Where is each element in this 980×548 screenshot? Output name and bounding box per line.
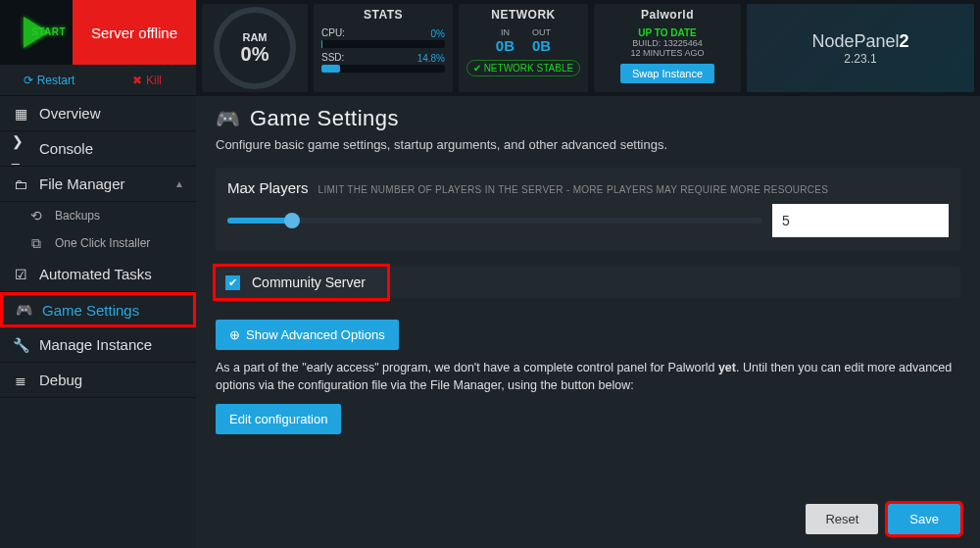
start-button[interactable]: START (0, 0, 73, 65)
folder-icon: 🗀 (12, 175, 29, 193)
kill-button[interactable]: ✖ Kill (98, 65, 196, 95)
debug-icon: ≣ (12, 372, 29, 389)
stats-widget: STATS CPU: 0% SSD: 14.8% (314, 4, 453, 92)
ram-widget: RAM 0% (202, 4, 308, 92)
show-advanced-button[interactable]: ⊕ Show Advanced Options (216, 320, 399, 350)
swap-instance-button[interactable]: Swap Instance (620, 64, 714, 83)
header-widgets: RAM 0% STATS CPU: 0% SSD: 14.8% NETWORK … (196, 0, 980, 96)
sidebar-item-manage-instance[interactable]: 🔧 Manage Instance (0, 327, 196, 363)
chevron-up-icon: ▲ (174, 178, 184, 189)
play-icon: START (24, 17, 49, 48)
tasks-icon: ☑ (12, 266, 29, 283)
page-title: Game Settings (250, 106, 399, 131)
max-players-slider[interactable] (227, 218, 762, 224)
kill-icon: ✖ (132, 74, 142, 87)
sidebar-item-automated-tasks[interactable]: ☑ Automated Tasks (0, 257, 196, 292)
brand-widget: NodePanel2 2.23.1 (747, 4, 974, 92)
controller-icon: 🎮 (216, 107, 240, 130)
installer-icon: ⧉ (27, 234, 45, 252)
sidebar-item-game-settings[interactable]: 🎮 Game Settings (0, 292, 196, 327)
sidebar-item-backups[interactable]: ⟲ Backups (0, 202, 196, 229)
network-widget: NETWORK IN0B OUT0B ✔ NETWORK STABLE (459, 4, 588, 92)
community-server-label: Community Server (252, 274, 366, 290)
controller-icon: 🎮 (15, 301, 32, 319)
backup-icon: ⟲ (27, 207, 45, 224)
reset-button[interactable]: Reset (806, 504, 878, 534)
check-icon: ✔ (473, 63, 481, 74)
game-widget: Palworld UP TO DATE BUILD: 13225464 12 M… (594, 4, 741, 92)
sidebar-item-one-click[interactable]: ⧉ One Click Installer (0, 229, 196, 257)
sidebar-item-console[interactable]: ❯_ Console (0, 131, 196, 167)
wrench-icon: 🔧 (12, 336, 29, 354)
early-access-note: As a part of the "early access" program,… (216, 360, 960, 394)
sidebar-item-debug[interactable]: ≣ Debug (0, 363, 196, 398)
restart-icon: ⟳ (24, 74, 33, 87)
terminal-icon: ❯_ (12, 140, 29, 158)
restart-button[interactable]: ⟳ Restart (0, 65, 98, 95)
edit-configuration-button[interactable]: Edit configuration (216, 404, 341, 434)
max-players-input[interactable] (772, 204, 949, 237)
slider-thumb[interactable] (284, 213, 300, 228)
community-server-checkbox[interactable]: ✔ (225, 275, 240, 290)
max-players-hint: LIMIT THE NUMBER OF PLAYERS IN THE SERVE… (318, 184, 829, 195)
max-players-label: Max Players (227, 179, 309, 196)
grid-icon: ▦ (12, 105, 29, 123)
server-status: Server offline (73, 0, 196, 65)
sidebar-item-file-manager[interactable]: 🗀 File Manager ▲ (0, 167, 196, 202)
plus-circle-icon: ⊕ (229, 327, 240, 342)
sidebar-item-overview[interactable]: ▦ Overview (0, 96, 196, 131)
save-button[interactable]: Save (888, 504, 960, 534)
page-subtitle: Configure basic game settings, startup a… (216, 137, 960, 152)
sidebar: START Server offline ⟳ Restart ✖ Kill ▦ … (0, 0, 196, 548)
